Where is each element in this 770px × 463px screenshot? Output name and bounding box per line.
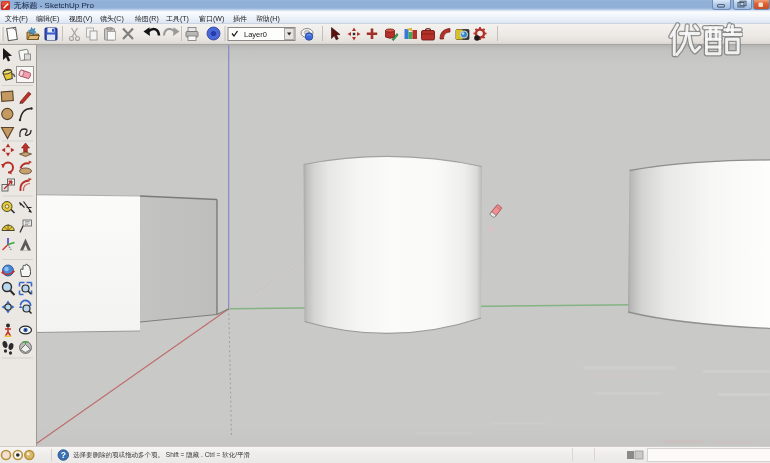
svg-text:?: ? <box>61 450 66 460</box>
svg-text:Layer0: Layer0 <box>244 30 267 39</box>
